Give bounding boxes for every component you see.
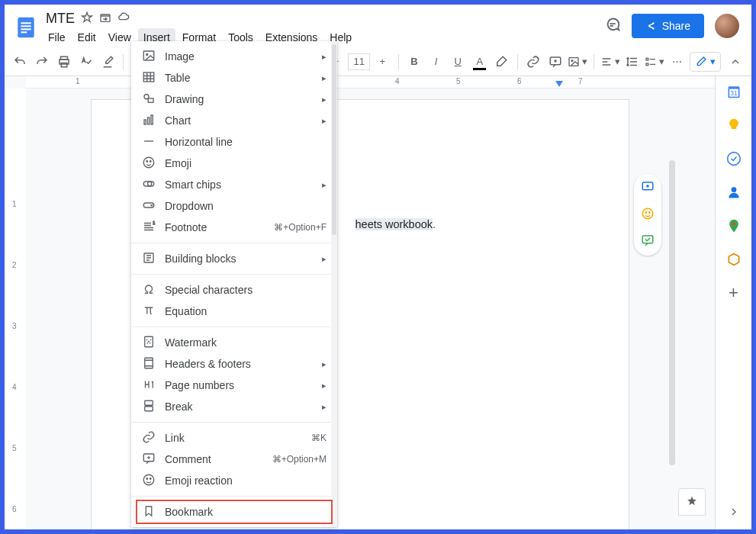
editing-mode-button[interactable]: ▾ — [690, 52, 721, 72]
menu-item-label: Watermark — [165, 336, 327, 349]
share-button[interactable]: Share — [632, 14, 704, 38]
bold-button[interactable]: B — [405, 52, 424, 72]
menu-item-label: Horizontal line — [165, 136, 327, 148]
svg-point-18 — [731, 187, 736, 192]
document-title[interactable]: MTE — [46, 11, 75, 27]
app-window: MTE File Edit View Insert Format Tools E… — [5, 5, 751, 529]
align-button[interactable]: ▾ — [600, 52, 620, 72]
insert-menu-dropdown[interactable]: Dropdown — [131, 195, 337, 217]
image-icon — [142, 49, 156, 65]
insert-menu-horizontal-line[interactable]: Horizontal line — [131, 131, 337, 153]
insert-link-button[interactable] — [524, 52, 543, 72]
checklist-button[interactable]: ▾ — [645, 52, 664, 72]
hide-side-panel-icon[interactable] — [728, 506, 740, 520]
svg-rect-27 — [143, 72, 154, 82]
star-icon[interactable] — [81, 11, 93, 26]
submenu-arrow-icon: ▸ — [322, 73, 327, 83]
emoji-reaction-icon[interactable] — [641, 207, 655, 223]
font-size-increase[interactable]: + — [373, 52, 392, 72]
insert-menu-chart[interactable]: Chart▸ — [131, 110, 337, 131]
chart-icon — [142, 113, 156, 129]
footnote-icon: 1 — [142, 220, 156, 236]
italic-button[interactable]: I — [426, 52, 446, 72]
insert-menu-image[interactable]: Image▸ — [131, 46, 337, 67]
keep-icon[interactable] — [726, 117, 742, 133]
insert-menu-break[interactable]: Break▸ — [131, 396, 337, 417]
highlight-color-button[interactable] — [492, 52, 511, 72]
insert-menu-smart-chips[interactable]: Smart chips▸ — [131, 174, 337, 195]
paint-format-button[interactable] — [98, 52, 117, 72]
insert-image-button[interactable]: ▾ — [568, 52, 587, 72]
insert-menu-bookmark[interactable]: Bookmark — [131, 501, 337, 523]
insert-menu-comment[interactable]: Comment⌘+Option+M — [131, 449, 337, 470]
toolbar: − 11 + B I U A ▾ ▾ ▾ ⋯ ▾ — [5, 47, 751, 76]
maps-icon[interactable] — [726, 218, 742, 233]
add-comment-icon[interactable] — [641, 180, 655, 196]
line-spacing-button[interactable] — [623, 52, 642, 72]
move-icon[interactable] — [99, 11, 111, 26]
tasks-icon[interactable] — [726, 151, 742, 166]
addon-icon[interactable] — [726, 252, 742, 267]
svg-point-26 — [146, 53, 148, 55]
comment-history-icon[interactable] — [604, 17, 621, 36]
menu-file[interactable]: File — [43, 28, 71, 47]
calendar-icon[interactable]: 31 — [726, 84, 742, 99]
svg-point-33 — [143, 157, 154, 168]
text-color-button[interactable]: A — [470, 52, 489, 72]
add-comment-button[interactable] — [545, 52, 565, 72]
insert-menu-watermark[interactable]: Watermark — [131, 332, 337, 353]
svg-point-48 — [150, 478, 152, 479]
user-avatar[interactable] — [715, 14, 739, 38]
document-text[interactable]: heets workbook — [355, 218, 433, 230]
explore-button[interactable] — [678, 488, 706, 516]
insert-menu-page-numbers[interactable]: Page numbers▸ — [131, 375, 337, 396]
svg-point-34 — [146, 160, 148, 162]
vertical-scrollbar[interactable] — [669, 160, 677, 503]
svg-rect-43 — [145, 400, 153, 405]
insert-menu-table[interactable]: Table▸ — [131, 67, 337, 88]
suggest-edits-icon[interactable] — [641, 233, 655, 249]
pi-icon — [142, 304, 156, 320]
insert-menu-headers-footers[interactable]: Headers & footers▸ — [131, 353, 337, 375]
menu-edit[interactable]: Edit — [72, 28, 101, 47]
cloud-status-icon[interactable] — [117, 11, 130, 26]
svg-text:1: 1 — [153, 220, 155, 225]
spellcheck-button[interactable] — [76, 52, 95, 72]
vertical-ruler[interactable]: 1 2 3 4 5 6 — [5, 88, 26, 529]
svg-rect-2 — [21, 25, 31, 27]
insert-menu-drawing[interactable]: Drawing▸ — [131, 88, 337, 110]
insert-menu-equation[interactable]: Equation — [131, 301, 337, 322]
menu-item-label: Drawing — [165, 93, 313, 105]
undo-button[interactable] — [11, 52, 30, 72]
insert-menu-emoji[interactable]: Emoji — [131, 153, 337, 174]
svg-rect-1 — [21, 22, 31, 24]
insert-menu-building-blocks[interactable]: Building blocks▸ — [131, 248, 337, 269]
get-addons-icon[interactable]: + — [726, 285, 742, 301]
insert-menu-dropdown: Image▸Table▸Drawing▸Chart▸Horizontal lin… — [131, 41, 337, 527]
docs-logo-icon[interactable] — [11, 12, 41, 43]
insert-menu-emoji-reaction[interactable]: Emoji reaction — [131, 470, 337, 491]
font-size-input[interactable]: 11 — [348, 53, 370, 70]
underline-button[interactable]: U — [449, 52, 468, 72]
redo-button[interactable] — [33, 52, 52, 72]
menu-item-label: Dropdown — [165, 200, 327, 212]
more-button[interactable]: ⋯ — [668, 52, 687, 72]
floating-comment-actions — [634, 174, 661, 256]
table-icon — [142, 70, 156, 86]
submenu-arrow-icon: ▸ — [322, 254, 327, 264]
insert-menu-footnote[interactable]: 1Footnote⌘+Option+F — [131, 217, 337, 238]
drawing-icon — [142, 92, 156, 108]
contacts-icon[interactable] — [726, 185, 742, 200]
menu-item-label: Link — [165, 432, 302, 444]
watermark-icon — [142, 335, 156, 351]
comment-icon — [142, 452, 156, 468]
horizontal-ruler[interactable]: 1 4 5 6 7 — [26, 76, 715, 88]
insert-menu-link[interactable]: Link⌘K — [131, 427, 337, 449]
insert-menu-special-characters[interactable]: Special characters — [131, 279, 337, 301]
svg-point-17 — [727, 153, 740, 166]
svg-rect-44 — [145, 406, 153, 410]
svg-rect-42 — [145, 358, 153, 368]
print-button[interactable] — [54, 52, 73, 72]
svg-rect-13 — [646, 63, 648, 66]
collapse-toolbar-button[interactable] — [725, 52, 745, 72]
